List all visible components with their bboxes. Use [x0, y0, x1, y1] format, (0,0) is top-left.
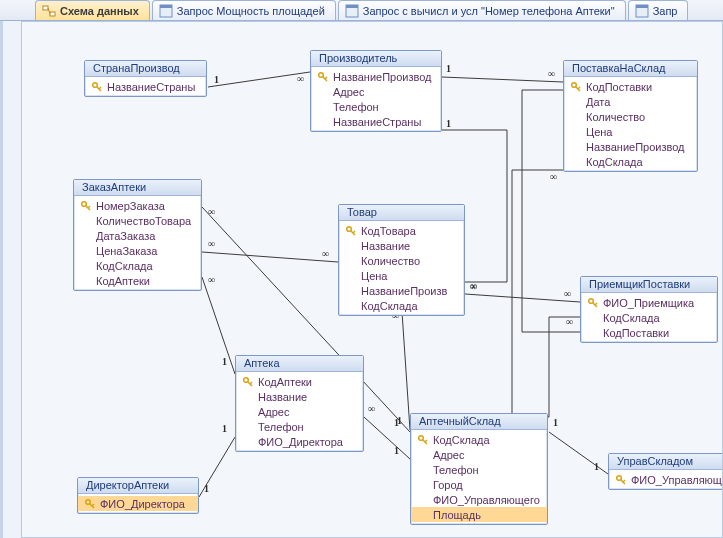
svg-line-49 [199, 437, 235, 497]
field[interactable]: ЦенаЗаказа [74, 243, 201, 258]
svg-text:1: 1 [594, 461, 599, 472]
field[interactable]: КодПоставки [564, 79, 697, 94]
svg-text:∞: ∞ [322, 248, 329, 259]
field-name: КодСклада [603, 312, 660, 324]
diagram-canvas[interactable]: 1∞1∞1∞∞∞∞1∞∞∞1∞111∞∞11∞1 СтранаПроизводН… [21, 21, 723, 538]
field[interactable]: КодСклада [564, 154, 697, 169]
field[interactable]: КодАптеки [236, 374, 363, 389]
field[interactable]: Телефон [311, 99, 441, 114]
table-postavka[interactable]: ПоставкаНаСкладКодПоставкиДатаКоличество… [563, 60, 698, 172]
table-header[interactable]: ЗаказАптеки [74, 180, 201, 196]
field[interactable]: ФИО_Директора [236, 434, 363, 449]
field[interactable]: ФИО_Приемщика [581, 295, 717, 310]
field-name: Количество [586, 111, 645, 123]
field[interactable]: Город [411, 477, 547, 492]
svg-line-81 [92, 504, 94, 506]
field-name: НазваниеСтраны [333, 116, 421, 128]
table-apteka[interactable]: АптекаКодАптекиНазваниеАдресТелефонФИО_Д… [235, 355, 364, 452]
tab-query-3[interactable]: Запр [628, 0, 689, 20]
field[interactable]: КодСклада [74, 258, 201, 273]
field[interactable]: Телефон [236, 419, 363, 434]
field[interactable]: НазваниеПроизвод [311, 69, 441, 84]
field-name: Телефон [433, 464, 479, 476]
field-name: НомерЗаказа [96, 200, 165, 212]
svg-text:∞: ∞ [548, 68, 555, 79]
field[interactable]: КодПоставки [581, 325, 717, 340]
table-uprav[interactable]: УправСкладомФИО_Управляющего [608, 453, 723, 490]
field[interactable]: НазваниеСтраны [85, 79, 206, 94]
field[interactable]: КодТовара [339, 223, 464, 238]
field[interactable]: ДатаЗаказа [74, 228, 201, 243]
table-header[interactable]: Товар [339, 205, 464, 221]
field[interactable]: КодСклада [581, 310, 717, 325]
table-direktor[interactable]: ДиректорАптекиФИО_Директора [77, 477, 199, 514]
table-header[interactable]: Производитель [311, 51, 441, 67]
workspace: 1∞1∞1∞∞∞∞1∞∞∞1∞111∞∞11∞1 СтранаПроизводН… [0, 21, 723, 538]
field-name: Название [361, 240, 410, 252]
query-icon [159, 4, 173, 18]
svg-text:1: 1 [397, 415, 402, 426]
table-header[interactable]: ПриемщикПоставки [581, 277, 717, 293]
table-header[interactable]: Аптека [236, 356, 363, 372]
field[interactable]: НомерЗаказа [74, 198, 201, 213]
key-icon [417, 434, 429, 446]
field[interactable]: Адрес [311, 84, 441, 99]
field[interactable]: КоличествоТовара [74, 213, 201, 228]
svg-line-78 [425, 440, 427, 442]
tab-query-1[interactable]: Запрос Мощность площадей [152, 0, 336, 20]
key-icon [80, 200, 92, 212]
field-name: КодАптеки [258, 376, 312, 388]
field-name: КодПоставки [586, 81, 652, 93]
key-icon [91, 81, 103, 93]
table-proizv[interactable]: ПроизводительНазваниеПроизводАдресТелефо… [310, 50, 442, 132]
field[interactable]: НазваниеПроизв [339, 283, 464, 298]
field-name: КодСклада [361, 300, 418, 312]
field[interactable]: Название [339, 238, 464, 253]
field-name: Площадь [433, 509, 481, 521]
tab-query-2[interactable]: Запрос с вычисл и усл "Номер телефона Ап… [338, 0, 626, 20]
table-header[interactable]: УправСкладом [609, 454, 723, 470]
field[interactable]: Телефон [411, 462, 547, 477]
field[interactable]: Количество [564, 109, 697, 124]
table-sklad[interactable]: АптечныйСкладКодСкладаАдресТелефонГородФ… [410, 413, 548, 525]
table-tovar[interactable]: ТоварКодТовараНазваниеКоличествоЦенаНазв… [338, 204, 465, 316]
field[interactable]: Название [236, 389, 363, 404]
field[interactable]: КодСклада [339, 298, 464, 313]
field[interactable]: Дата [564, 94, 697, 109]
key-icon [615, 474, 627, 486]
svg-line-23 [202, 277, 235, 374]
table-header[interactable]: ДиректорАптеки [78, 478, 198, 494]
field[interactable]: Цена [339, 268, 464, 283]
svg-rect-1 [50, 12, 55, 16]
key-icon [570, 81, 582, 93]
tab-label: Запрос Мощность площадей [177, 5, 325, 17]
field[interactable]: Адрес [236, 404, 363, 419]
field-name: Название [258, 391, 307, 403]
svg-line-12 [442, 77, 563, 82]
field[interactable]: КодАптеки [74, 273, 201, 288]
field[interactable]: КодСклада [411, 432, 547, 447]
field-name: КодАптеки [96, 275, 150, 287]
tab-schema[interactable]: Схема данных [35, 0, 150, 20]
field[interactable]: НазваниеПроизвод [564, 139, 697, 154]
field-name: КодСклада [433, 434, 490, 446]
table-header[interactable]: СтранаПроизвод [85, 61, 206, 77]
svg-line-9 [208, 72, 310, 87]
field[interactable]: Площадь [411, 507, 547, 522]
field[interactable]: Адрес [411, 447, 547, 462]
svg-text:∞: ∞ [208, 206, 215, 217]
field[interactable]: Количество [339, 253, 464, 268]
table-strana[interactable]: СтранаПроизводНазваниеСтраны [84, 60, 207, 97]
table-header[interactable]: ПоставкаНаСклад [564, 61, 697, 77]
field[interactable]: Цена [564, 124, 697, 139]
field-name: НазваниеПроизвод [333, 71, 432, 83]
tab-label: Запрос с вычисл и усл "Номер телефона Ап… [363, 5, 615, 17]
table-priem[interactable]: ПриемщикПоставкиФИО_ПриемщикаКодСкладаКо… [580, 276, 718, 343]
table-zakaz[interactable]: ЗаказАптекиНомерЗаказаКоличествоТовараДа… [73, 179, 202, 291]
field[interactable]: ФИО_Управляющего [411, 492, 547, 507]
field[interactable]: НазваниеСтраны [311, 114, 441, 129]
table-header[interactable]: АптечныйСклад [411, 414, 547, 430]
svg-rect-4 [160, 5, 172, 8]
field[interactable]: ФИО_Директора [78, 496, 198, 511]
field[interactable]: ФИО_Управляющего [609, 472, 723, 487]
